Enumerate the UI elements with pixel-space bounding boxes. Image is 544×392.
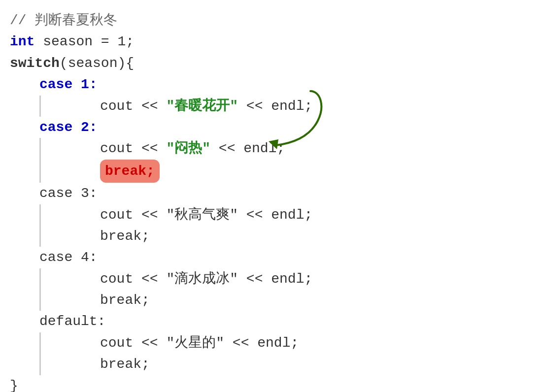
default-cout-pre: cout << [100,332,166,354]
case4-cout-pre: cout << [100,268,166,290]
case1-cout-pre: cout << [100,96,166,117]
case1-label-line: case 1: [10,74,534,95]
case1-cout-post: << endl; [238,96,312,117]
case1-cout-line: cout << "春暖花开" << endl; [39,96,534,117]
case3-label-line: case 3: [10,183,534,204]
case3-break: break; [100,226,150,247]
default-keyword: default: [39,311,105,332]
case4-break: break; [100,290,150,311]
switch-condition: (season){ [60,53,134,74]
case4-string: "滴水成冰" [166,268,238,290]
case4-keyword: case 4: [39,247,98,268]
default-string: "火星的" [166,332,224,354]
default-cout-line: cout << "火星的" << endl; [39,332,534,354]
case4-break-line: break; [39,290,534,311]
case4-cout-post: << endl; [238,268,312,290]
case1-keyword: case 1: [39,74,98,95]
case1-string: "春暖花开" [166,96,238,117]
case3-string: "秋高气爽" [166,204,238,226]
closing-brace: } [10,375,18,392]
case4-cout-line: cout << "滴水成冰" << endl; [39,268,534,290]
code-block: // 判断春夏秋冬 int season = 1; switch (season… [10,10,534,392]
comment-text: // 判断春夏秋冬 [10,10,117,31]
comment-line: // 判断春夏秋冬 [10,10,534,31]
season-declaration: season = 1; [34,31,134,52]
case2-cout-post: << endl; [210,138,285,159]
default-break: break; [100,354,150,375]
int-declaration-line: int season = 1; [10,31,534,52]
case3-keyword: case 3: [39,183,98,204]
case2-cout-line: cout << "闷热" << endl; [39,138,534,159]
case3-cout-line: cout << "秋高气爽" << endl; [39,204,534,226]
case4-label-line: case 4: [10,247,534,268]
case3-break-line: break; [39,226,534,247]
case3-cout-pre: cout << [100,204,166,226]
int-keyword: int [10,31,34,52]
break-highlighted: break; [100,160,160,183]
case2-label-line: case 2: [10,117,534,138]
case3-cout-post: << endl; [238,204,312,226]
default-label-line: default: [10,311,534,332]
case2-string: "闷热" [166,138,210,159]
case2-keyword: case 2: [39,117,98,138]
switch-keyword: switch [10,53,60,74]
case2-break-line: break; [39,160,534,183]
case2-cout-pre: cout << [100,138,166,159]
closing-brace-line: } [10,375,534,392]
switch-line: switch (season){ [10,53,534,74]
default-break-line: break; [39,354,534,375]
default-cout-post: << endl; [224,332,299,354]
